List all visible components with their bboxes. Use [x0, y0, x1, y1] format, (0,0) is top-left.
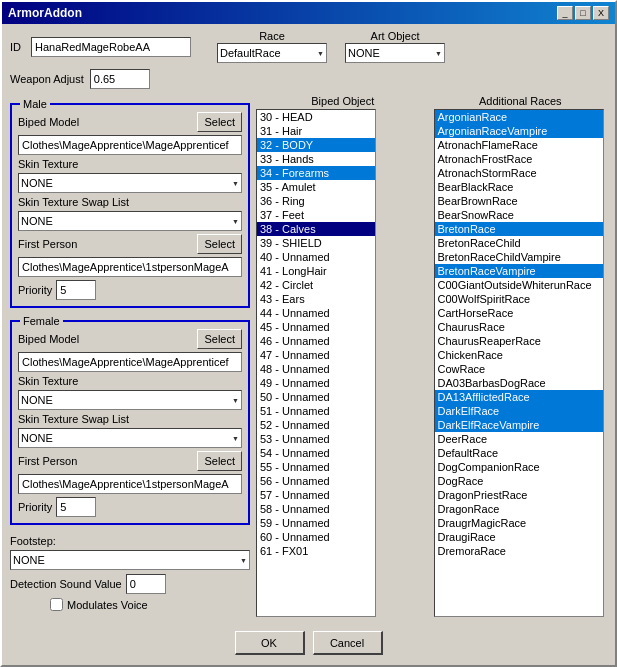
ok-button[interactable]: OK — [235, 631, 305, 655]
list-item[interactable]: 36 - Ring — [257, 194, 375, 208]
list-item[interactable]: BearSnowRace — [435, 208, 603, 222]
list-item[interactable]: DremoraRace — [435, 544, 603, 558]
main-content: ID Race DefaultRace Art Object NONE — [2, 24, 615, 665]
list-item[interactable]: 48 - Unnamed — [257, 362, 375, 376]
female-skin-texture-select[interactable]: NONE — [18, 390, 242, 410]
modulates-voice-checkbox[interactable] — [50, 598, 63, 611]
weapon-adjust-input[interactable] — [90, 69, 150, 89]
list-item[interactable]: 46 - Unnamed — [257, 334, 375, 348]
list-item[interactable]: 42 - Circlet — [257, 278, 375, 292]
male-model-path-input[interactable] — [18, 135, 242, 155]
list-item[interactable]: ChickenRace — [435, 348, 603, 362]
list-item[interactable]: DA13AfflictedRace — [435, 390, 603, 404]
race-select[interactable]: DefaultRace — [217, 43, 327, 63]
list-item[interactable]: 33 - Hands — [257, 152, 375, 166]
list-item[interactable]: 57 - Unnamed — [257, 488, 375, 502]
list-item[interactable]: DA03BarbasDogRace — [435, 376, 603, 390]
list-item[interactable]: 53 - Unnamed — [257, 432, 375, 446]
male-skin-texture-swap-select[interactable]: NONE — [18, 211, 242, 231]
list-item[interactable]: AtronachFlameRace — [435, 138, 603, 152]
list-item[interactable]: BearBlackRace — [435, 180, 603, 194]
list-item[interactable]: DarkElfRaceVampire — [435, 418, 603, 432]
list-item[interactable]: 61 - FX01 — [257, 544, 375, 558]
list-item[interactable]: 59 - Unnamed — [257, 516, 375, 530]
male-first-person-path-input[interactable] — [18, 257, 242, 277]
additional-races-header: Additional Races — [434, 95, 608, 107]
list-item[interactable]: 54 - Unnamed — [257, 446, 375, 460]
list-item[interactable]: C00GiantOutsideWhiterunRace — [435, 278, 603, 292]
list-item[interactable]: BretonRaceChildVampire — [435, 250, 603, 264]
list-item[interactable]: 52 - Unnamed — [257, 418, 375, 432]
footstep-select[interactable]: NONE — [10, 550, 250, 570]
list-item[interactable]: AtronachFrostRace — [435, 152, 603, 166]
list-item[interactable]: 44 - Unnamed — [257, 306, 375, 320]
biped-object-header: Biped Object — [256, 95, 430, 107]
list-item[interactable]: DraugrMagicRace — [435, 516, 603, 530]
art-object-select[interactable]: NONE — [345, 43, 445, 63]
female-priority-input[interactable] — [56, 497, 96, 517]
maximize-button[interactable]: □ — [575, 6, 591, 20]
list-item[interactable]: 60 - Unnamed — [257, 530, 375, 544]
male-priority-input[interactable] — [56, 280, 96, 300]
list-item[interactable]: 55 - Unnamed — [257, 460, 375, 474]
list-item[interactable]: 30 - HEAD — [257, 110, 375, 124]
list-item[interactable]: ChaurusReaperRace — [435, 334, 603, 348]
close-button[interactable]: X — [593, 6, 609, 20]
additional-races-list[interactable]: ArgonianRaceArgonianRaceVampireAtronachF… — [434, 109, 604, 617]
list-item[interactable]: 35 - Amulet — [257, 180, 375, 194]
weapon-adjust-label: Weapon Adjust — [10, 73, 84, 85]
list-item[interactable]: 41 - LongHair — [257, 264, 375, 278]
list-item[interactable]: CartHorseRace — [435, 306, 603, 320]
list-item[interactable]: 45 - Unnamed — [257, 320, 375, 334]
list-item[interactable]: DogCompanionRace — [435, 460, 603, 474]
list-item[interactable]: 43 - Ears — [257, 292, 375, 306]
list-item[interactable]: 58 - Unnamed — [257, 502, 375, 516]
list-item[interactable]: 47 - Unnamed — [257, 348, 375, 362]
list-item[interactable]: DragonRace — [435, 502, 603, 516]
male-biped-model-select-button[interactable]: Select — [197, 112, 242, 132]
female-model-path-input[interactable] — [18, 352, 242, 372]
list-item[interactable]: 40 - Unnamed — [257, 250, 375, 264]
male-group: Male Biped Model Select Skin Texture — [10, 103, 250, 308]
list-item[interactable]: BearBrownRace — [435, 194, 603, 208]
female-skin-texture-swap-label: Skin Texture Swap List — [18, 413, 129, 425]
list-item[interactable]: 51 - Unnamed — [257, 404, 375, 418]
list-item[interactable]: 32 - BODY — [257, 138, 375, 152]
male-first-person-select-button[interactable]: Select — [197, 234, 242, 254]
list-item[interactable]: DogRace — [435, 474, 603, 488]
list-item[interactable]: AtronachStormRace — [435, 166, 603, 180]
right-panel: Biped Object 30 - HEAD31 - Hair32 - BODY… — [256, 95, 607, 617]
detection-sound-input[interactable] — [126, 574, 166, 594]
list-item[interactable]: C00WolfSpiritRace — [435, 292, 603, 306]
list-item[interactable]: ChaurusRace — [435, 320, 603, 334]
list-item[interactable]: ArgonianRaceVampire — [435, 124, 603, 138]
list-item[interactable]: 34 - Forearms — [257, 166, 375, 180]
armor-addon-window: ArmorAddon _ □ X ID Race DefaultRace Art… — [0, 0, 617, 667]
minimize-button[interactable]: _ — [557, 6, 573, 20]
biped-object-list[interactable]: 30 - HEAD31 - Hair32 - BODY33 - Hands34 … — [256, 109, 376, 617]
cancel-button[interactable]: Cancel — [313, 631, 383, 655]
list-item[interactable]: 50 - Unnamed — [257, 390, 375, 404]
list-item[interactable]: DragonPriestRace — [435, 488, 603, 502]
list-item[interactable]: 56 - Unnamed — [257, 474, 375, 488]
female-biped-model-select-button[interactable]: Select — [197, 329, 242, 349]
list-item[interactable]: ArgonianRace — [435, 110, 603, 124]
list-item[interactable]: BretonRaceChild — [435, 236, 603, 250]
list-item[interactable]: DefaultRace — [435, 446, 603, 460]
female-first-person-path-input[interactable] — [18, 474, 242, 494]
female-skin-texture-swap-select[interactable]: NONE — [18, 428, 242, 448]
female-first-person-select-button[interactable]: Select — [197, 451, 242, 471]
list-item[interactable]: 38 - Calves — [257, 222, 375, 236]
list-item[interactable]: DraugiRace — [435, 530, 603, 544]
list-item[interactable]: CowRace — [435, 362, 603, 376]
list-item[interactable]: DarkElfRace — [435, 404, 603, 418]
list-item[interactable]: 49 - Unnamed — [257, 376, 375, 390]
list-item[interactable]: BretonRaceVampire — [435, 264, 603, 278]
list-item[interactable]: 39 - SHIELD — [257, 236, 375, 250]
list-item[interactable]: BretonRace — [435, 222, 603, 236]
male-skin-texture-select[interactable]: NONE — [18, 173, 242, 193]
list-item[interactable]: 37 - Feet — [257, 208, 375, 222]
list-item[interactable]: DeerRace — [435, 432, 603, 446]
list-item[interactable]: 31 - Hair — [257, 124, 375, 138]
id-input[interactable] — [31, 37, 191, 57]
